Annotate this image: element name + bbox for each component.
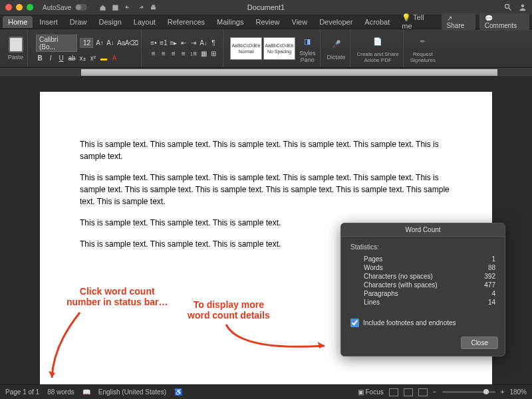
dictate-icon[interactable]: 🎤 [329, 37, 344, 53]
home-icon[interactable] [99, 4, 106, 11]
adobe-group[interactable]: 📄 Create and Share Adobe PDF [353, 29, 404, 67]
subscript-icon[interactable]: x₂ [78, 55, 86, 63]
stat-row: Words88 [364, 263, 495, 272]
close-window-icon[interactable] [5, 4, 12, 11]
borders-icon[interactable]: ⊞ [209, 50, 217, 58]
increase-indent-icon[interactable]: ⇥ [190, 39, 198, 47]
adobe-label: Create and Share Adobe PDF [357, 51, 399, 63]
sort-icon[interactable]: A↓ [200, 39, 207, 47]
account-icon[interactable] [519, 3, 527, 11]
status-bar: Page 1 of 1 88 words 📖 English (United S… [0, 384, 532, 399]
align-right-icon[interactable]: ≡ [170, 50, 178, 58]
dictate-group[interactable]: 🎤 Dictate [323, 29, 350, 67]
word-count-dialog: Word Count Statistics: Pages1 Words88 Ch… [340, 223, 505, 356]
adobe-pdf-icon[interactable]: 📄 [370, 34, 386, 50]
bullets-icon[interactable]: ≡• [150, 39, 158, 47]
zoom-slider[interactable] [442, 391, 495, 393]
autosave-toggle[interactable]: AutoSave [43, 4, 71, 11]
font-color-icon[interactable]: A [110, 55, 118, 63]
redo-icon[interactable] [137, 4, 144, 11]
comments-button[interactable]: 💬 Comments [479, 13, 529, 31]
styles-pane-label: Styles Pane [299, 50, 316, 63]
paragraph[interactable]: This is sample text. This sample text. T… [80, 172, 452, 207]
minimize-window-icon[interactable] [16, 4, 23, 11]
font-size-select[interactable]: 12 [80, 38, 93, 48]
numbering-icon[interactable]: ≡1 [160, 39, 168, 47]
change-case-icon[interactable]: Aa [117, 39, 125, 47]
superscript-icon[interactable]: x² [89, 55, 97, 63]
tab-acrobat[interactable]: Acrobat [359, 16, 395, 28]
zoom-out-icon[interactable]: − [433, 388, 437, 396]
font-group: Calibri (Bo... 12 A↑ A↓ Aa A⌫ B I U ab x… [31, 29, 142, 67]
page-indicator[interactable]: Page 1 of 1 [5, 388, 39, 396]
tab-draw[interactable]: Draw [65, 16, 92, 28]
stat-row: Characters (no spaces)392 [364, 272, 495, 281]
arrow-right [219, 318, 332, 358]
ribbon-tabs: Home Insert Draw Design Layout Reference… [0, 15, 532, 29]
accessibility-icon[interactable]: ♿ [174, 388, 182, 396]
word-count-indicator[interactable]: 88 words [47, 388, 74, 396]
save-icon[interactable] [112, 4, 119, 11]
focus-mode[interactable]: ▣ Focus [358, 388, 384, 396]
svg-point-2 [505, 5, 509, 9]
share-button[interactable]: ↗ Share [442, 13, 475, 31]
print-icon[interactable] [150, 4, 157, 11]
bold-icon[interactable]: B [36, 55, 44, 63]
paragraph-marks-icon[interactable]: ¶ [209, 39, 217, 47]
tab-design[interactable]: Design [94, 16, 127, 28]
style-no-spacing[interactable]: AaBbCcDdEeNo Spacing [263, 37, 295, 60]
maximize-window-icon[interactable] [27, 4, 33, 11]
stat-row: Characters (with spaces)477 [364, 281, 495, 289]
highlight-icon[interactable]: ▬ [100, 55, 108, 63]
tab-references[interactable]: References [162, 16, 210, 28]
language-indicator[interactable]: English (United States) [98, 388, 166, 396]
svg-rect-0 [151, 7, 156, 9]
shrink-font-icon[interactable]: A↓ [106, 39, 114, 47]
clipboard-group: Paste [4, 29, 28, 67]
shading-icon[interactable]: ▦ [200, 50, 207, 58]
font-family-select[interactable]: Calibri (Bo... [36, 35, 77, 52]
dictate-label: Dictate [327, 54, 346, 61]
svg-point-3 [521, 5, 525, 8]
tab-insert[interactable]: Insert [34, 16, 63, 28]
stat-row: Lines14 [364, 298, 495, 307]
style-normal[interactable]: AaBbCcDdEeNormal [230, 37, 262, 60]
italic-icon[interactable]: I [47, 55, 55, 63]
align-center-icon[interactable]: ≡ [160, 50, 168, 58]
web-layout-icon[interactable] [404, 388, 413, 396]
undo-icon[interactable] [124, 4, 132, 11]
include-footnotes-checkbox[interactable]: Include footnotes and endnotes [350, 319, 495, 327]
tab-view[interactable]: View [287, 16, 313, 28]
tab-mailings[interactable]: Mailings [211, 16, 249, 28]
strike-icon[interactable]: ab [68, 55, 76, 63]
horizontal-ruler[interactable] [0, 68, 532, 77]
search-icon[interactable] [504, 3, 512, 11]
tab-layout[interactable]: Layout [128, 16, 161, 28]
paste-icon[interactable] [9, 37, 23, 53]
tab-home[interactable]: Home [3, 16, 33, 28]
align-left-icon[interactable]: ≡ [150, 50, 158, 58]
multilevel-icon[interactable]: ≡▸ [170, 39, 178, 47]
tab-review[interactable]: Review [250, 16, 285, 28]
styles-pane-icon[interactable]: ◨ [299, 34, 315, 50]
justify-icon[interactable]: ≡ [180, 50, 188, 58]
clear-format-icon[interactable]: A⌫ [128, 39, 136, 47]
statistics-label: Statistics: [350, 243, 495, 251]
grow-font-icon[interactable]: A↑ [96, 39, 104, 47]
spellcheck-icon[interactable]: 📖 [82, 388, 90, 396]
print-layout-icon[interactable] [389, 388, 398, 396]
line-spacing-icon[interactable]: ↕≡ [190, 50, 198, 58]
autosave-switch[interactable] [75, 4, 87, 11]
zoom-in-icon[interactable]: + [501, 388, 505, 396]
paragraph[interactable]: This is sample text. This sample text. T… [80, 138, 452, 162]
read-mode-icon[interactable] [418, 388, 428, 396]
zoom-level[interactable]: 180% [509, 388, 527, 396]
decrease-indent-icon[interactable]: ⇤ [180, 39, 188, 47]
close-button[interactable]: Close [461, 336, 498, 349]
include-label: Include footnotes and endnotes [363, 319, 456, 327]
underline-icon[interactable]: U [57, 55, 65, 63]
tab-developer[interactable]: Developer [314, 16, 358, 28]
signature-icon[interactable]: ✒ [415, 34, 431, 50]
signatures-group[interactable]: ✒ Request Signatures [406, 29, 440, 67]
paste-label: Paste [8, 54, 23, 61]
